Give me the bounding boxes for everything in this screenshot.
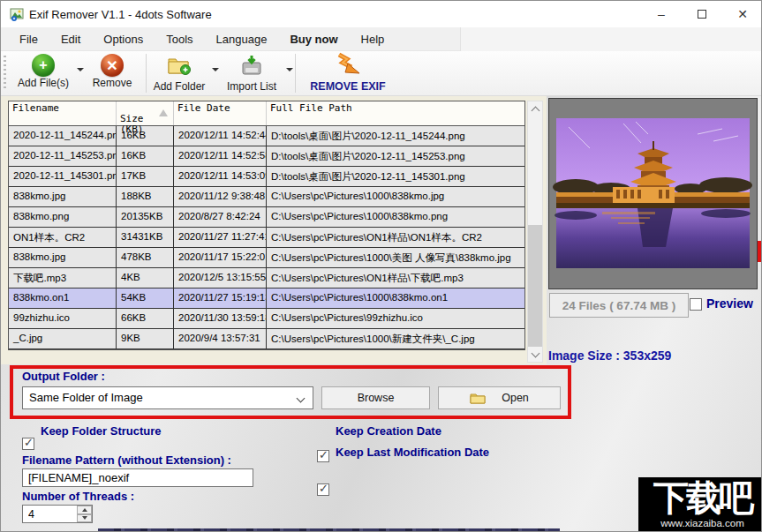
checkmark-icon: ✓ [319,482,328,495]
scroll-up-button[interactable] [528,101,542,116]
column-header-filename[interactable]: Filename [9,101,117,125]
cell-path: C:\Users\pc\Pictures\1000\838kmo.on1 [267,288,523,308]
table-row[interactable]: 838kmo.jpg478KB2020/11/17 15:22:01C:\Use… [9,248,524,268]
output-folder-select[interactable]: Same Folder of Image [22,386,313,409]
cell-size: 20135KB [117,207,174,227]
preview-label[interactable]: Preview [706,296,753,311]
stepper-up-icon [82,508,87,512]
cell-date: 2020/12/11 14:52:44 [174,126,267,146]
keep-last-modification-date-label[interactable]: Keep Last Modification Date [336,446,489,459]
remove-button[interactable]: ✕ Remove [89,54,135,93]
table-row[interactable]: 2020-12-11_145244.png16KB2020/12/11 14:5… [9,126,524,146]
menu-bar-seam [460,27,762,51]
cell-date: 2020/9/4 13:57:31 [174,329,267,348]
cell-size: 16KB [117,146,174,166]
menu-help[interactable]: Help [350,29,396,49]
menu-tools[interactable]: Tools [155,29,204,49]
menu-file[interactable]: File [8,29,49,49]
table-row[interactable]: ON1样本。CR231431KB2020/11/27 11:27:41C:\Us… [9,228,524,248]
column-header-size[interactable]: Size (KB) [117,101,174,125]
cell-date: 2020/8/27 8:42:24 [174,207,267,227]
open-button[interactable]: Open [438,386,561,409]
scroll-down-button[interactable] [528,347,542,362]
add-files-dropdown-icon[interactable] [77,68,84,71]
cell-path: D:\tools\桌面\图片\2020-12-11_145301.png [267,167,523,186]
table-row[interactable]: 下载吧.mp34KB2020/12/5 13:15:55C:\Users\pc\… [9,268,524,288]
cell-filename: 838kmo.png [9,207,117,227]
menu-bar: File Edit Options Tools Language Buy now… [1,27,761,51]
table-row[interactable]: 2020-12-11_145253.png16KB2020/12/11 14:5… [9,146,524,167]
menu-language[interactable]: Language [205,29,279,49]
menu-options[interactable]: Options [92,29,155,49]
checkmark-icon: ✓ [319,448,328,461]
scrollbar-thumb[interactable] [528,225,542,347]
chevron-down-icon [531,348,539,357]
toolbar-separator-2 [295,54,296,93]
keep-folder-structure-label[interactable]: Keep Folder Structure [41,424,162,438]
column-header-path[interactable]: Full File Path [267,101,523,125]
cell-path: C:\Users\pc\Pictures\ON1样品\下载吧.mp3 [267,268,523,288]
file-table: Filename Size (KB) File Date Full File P… [8,101,525,350]
cell-filename: 838kmo.on1 [9,288,117,308]
stepper-up-button[interactable] [77,506,92,514]
maximize-icon [698,10,706,19]
cell-size: 188KB [117,187,174,206]
browse-button[interactable]: Browse [321,386,430,409]
cell-date: 2020/11/12 9:38:48 [174,187,267,206]
preview-checkbox[interactable] [690,298,702,311]
table-row[interactable]: 838kmo.png20135KB2020/8/27 8:42:24C:\Use… [9,207,524,228]
keep-creation-date-label[interactable]: Keep Creation Date [336,424,441,438]
number-of-threads-label: Number of Threads : [22,490,134,503]
cell-filename: 2020-12-11_145253.png [9,146,117,166]
cell-size: 31431KB [117,228,174,247]
cell-date: 2020/11/30 13:59:18 [174,309,267,328]
add-folder-label: Add Folder [151,80,207,93]
cell-filename: 99zhizhu.ico [9,309,117,328]
import-list-label: Import List [222,80,282,93]
remove-exif-label: REMOVE EXIF [307,80,389,93]
file-table-header: Filename Size (KB) File Date Full File P… [9,101,524,126]
cell-filename: ON1样本。CR2 [9,228,117,247]
column-header-date[interactable]: File Date [174,101,267,125]
threads-stepper [77,506,92,522]
cell-date: 2020/12/11 14:52:58 [174,146,267,166]
app-window: Exif Remover V1.1 - 4dots Software – ✕ F… [0,0,762,532]
minimize-button[interactable]: – [641,1,682,27]
cell-date: 2020/12/5 13:15:55 [174,268,267,288]
cell-path: C:\Users\pc\Pictures\1000\838kmo.jpg [267,187,523,206]
cell-path: C:\Users\pc\Pictures\1000\美图 人像写真\838kmo… [267,248,523,267]
preview-photo [549,99,757,288]
add-files-button[interactable]: + Add File(s) [11,54,75,93]
stepper-down-button[interactable] [77,514,92,523]
title-bar[interactable]: Exif Remover V1.1 - 4dots Software – ✕ [1,1,761,27]
import-list-button[interactable]: Import List [222,54,282,93]
sort-ascending-icon [159,109,168,116]
maximize-button[interactable] [682,1,722,27]
filename-pattern-input[interactable] [22,468,253,487]
cell-date: 2020/11/17 15:22:01 [174,248,267,267]
checkmark-icon: ✓ [24,436,34,449]
table-scrollbar[interactable] [527,101,543,363]
add-folder-dropdown-icon[interactable] [212,68,219,71]
keep-last-modification-date-checkbox[interactable]: ✓ [317,483,329,496]
keep-folder-structure-checkbox[interactable]: ✓ [22,438,34,450]
cell-filename: 838kmo.jpg [9,187,117,206]
close-button[interactable]: ✕ [722,1,762,27]
table-row[interactable]: 99zhizhu.ico66KB2020/11/30 13:59:18C:\Us… [9,309,524,329]
files-summary-box: 24 Files ( 67.74 MB ) [549,293,689,318]
table-row[interactable]: _C.jpg9KB2020/9/4 13:57:31C:\Users\pc\Pi… [9,329,524,349]
app-icon [10,7,24,21]
table-row[interactable]: 838kmo.jpg188KB2020/11/12 9:38:48C:\User… [9,187,524,207]
keep-creation-date-checkbox[interactable]: ✓ [317,450,329,462]
menu-buy-now[interactable]: Buy now [278,29,349,49]
table-row[interactable]: 2020-12-11_145301.png17KB2020/12/11 14:5… [9,167,524,187]
toolbar-grip[interactable] [4,56,6,91]
add-folder-button[interactable]: Add Folder [151,54,207,93]
import-list-dropdown-icon[interactable] [286,68,293,71]
cell-size: 9KB [117,329,174,348]
remove-exif-button[interactable]: REMOVE EXIF [307,52,389,93]
clipped-bottom-content [98,528,560,532]
table-row[interactable]: 838kmo.on154KB2020/11/27 15:19:13C:\User… [9,288,524,309]
cell-date: 2020/11/27 11:27:41 [174,228,267,247]
menu-edit[interactable]: Edit [49,29,92,49]
